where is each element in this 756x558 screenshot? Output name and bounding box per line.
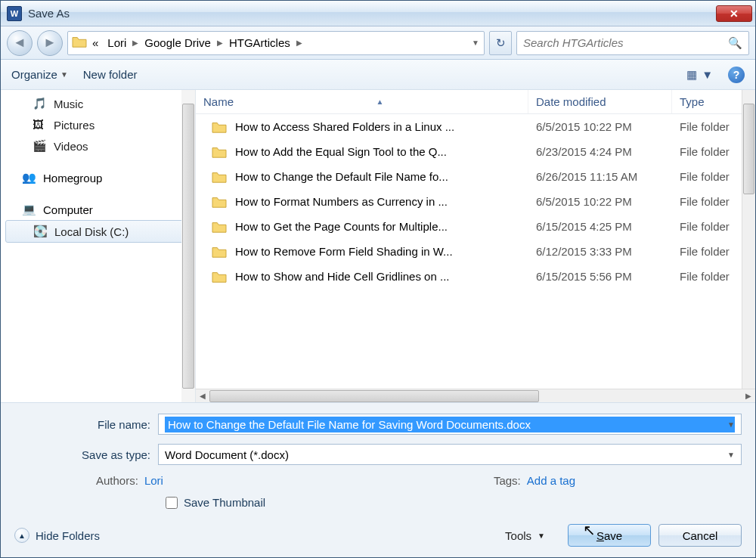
breadcrumb-seg[interactable]: HTGArticles [225, 32, 295, 54]
view-options-button[interactable]: ▦ ▼ [686, 68, 713, 82]
titlebar: W Save As ✕ [1, 1, 755, 26]
new-folder-button[interactable]: New folder [83, 68, 138, 81]
chevron-up-icon: ▲ [14, 528, 29, 543]
chevron-right-icon: ▶ [131, 39, 140, 47]
file-date: 6/15/2015 5:56 PM [528, 270, 672, 283]
save-button[interactable]: Save [568, 524, 651, 547]
back-button[interactable]: ◄ [7, 30, 33, 56]
breadcrumb[interactable]: « Lori ▶ Google Drive ▶ HTGArticles ▶ ▼ [67, 31, 485, 55]
search-box[interactable]: 🔍 [516, 31, 749, 55]
file-name: How to Remove Form Field Shading in W... [235, 245, 453, 258]
cancel-button[interactable]: Cancel [658, 524, 742, 547]
search-icon: 🔍 [728, 36, 742, 50]
filename-label: File name: [14, 418, 150, 431]
file-list: Name ▲ Date modified Type How to Access … [196, 90, 755, 402]
file-date: 6/12/2015 3:33 PM [528, 245, 672, 258]
sidebar-item-computer[interactable]: 💻 Computer [1, 199, 195, 220]
word-app-icon: W [7, 6, 22, 21]
table-row[interactable]: How to Format Numbers as Currency in ...… [196, 189, 755, 214]
folder-icon [211, 195, 228, 209]
table-row[interactable]: How to Show and Hide Cell Gridlines on .… [196, 264, 755, 289]
filename-combo[interactable]: ▼ [158, 414, 742, 435]
file-date: 6/23/2015 4:24 PM [528, 145, 672, 158]
savetype-combo[interactable]: Word Document (*.docx) ▼ [158, 444, 742, 465]
breadcrumb-seg[interactable]: Lori [103, 32, 131, 54]
organize-button[interactable]: Organize ▼ [11, 68, 68, 81]
authors-value[interactable]: Lori [144, 474, 163, 487]
horizontal-scrollbar[interactable]: ◀ ▶ [196, 389, 755, 402]
body: 🎵 Music 🖼 Pictures 🎬 Videos 👥 Homegroup … [1, 90, 755, 402]
chevron-down-icon: ▼ [702, 68, 713, 81]
folder-icon [71, 35, 88, 51]
savetype-label: Save as type: [14, 448, 150, 461]
file-date: 6/15/2015 4:25 PM [528, 220, 672, 233]
column-name[interactable]: Name ▲ [196, 90, 528, 113]
folder-icon [211, 220, 228, 234]
computer-icon: 💻 [22, 203, 37, 216]
list-body: How to Access Shared Folders in a Linux … [196, 114, 755, 389]
file-name: How to Access Shared Folders in a Linux … [235, 120, 454, 133]
help-button[interactable]: ? [728, 67, 745, 83]
toolbar: Organize ▼ New folder ▦ ▼ ? [1, 60, 755, 90]
sidebar-item-pictures[interactable]: 🖼 Pictures [1, 114, 195, 135]
table-row[interactable]: How to Add the Equal Sign Tool to the Q.… [196, 139, 755, 164]
file-date: 6/5/2015 10:22 PM [528, 195, 672, 208]
bottom-panel: File name: ▼ Save as type: Word Document… [1, 402, 755, 557]
scroll-left-icon[interactable]: ◀ [196, 390, 209, 402]
view-icon: ▦ [686, 68, 697, 82]
folder-icon [211, 170, 228, 184]
file-name: How to Format Numbers as Currency in ... [235, 195, 448, 208]
file-date: 6/26/2015 11:15 AM [528, 170, 672, 183]
chevron-right-icon: ▶ [295, 39, 304, 47]
vertical-scrollbar[interactable] [742, 90, 755, 389]
music-icon: 🎵 [33, 97, 48, 110]
search-input[interactable] [523, 36, 728, 49]
column-date[interactable]: Date modified [528, 90, 672, 113]
sidebar: 🎵 Music 🖼 Pictures 🎬 Videos 👥 Homegroup … [1, 90, 196, 402]
save-thumbnail-label: Save Thumbnail [184, 496, 265, 509]
sidebar-item-local-disk[interactable]: 💽 Local Disk (C:) [5, 220, 191, 243]
table-row[interactable]: How to Remove Form Field Shading in W...… [196, 239, 755, 264]
file-name: How to Get the Page Counts for Multiple.… [235, 220, 448, 233]
chevron-down-icon[interactable]: ▼ [727, 420, 735, 429]
disk-icon: 💽 [33, 225, 48, 238]
authors-label: Authors: [96, 474, 138, 487]
chevron-down-icon[interactable]: ▼ [470, 39, 481, 47]
filename-input[interactable] [165, 417, 735, 432]
table-row[interactable]: How to Get the Page Counts for Multiple.… [196, 214, 755, 239]
hide-folders-button[interactable]: ▲ Hide Folders [14, 528, 100, 543]
forward-button[interactable]: ► [37, 30, 63, 56]
dialog-title: Save As [28, 7, 716, 20]
pictures-icon: 🖼 [33, 118, 48, 132]
sidebar-item-videos[interactable]: 🎬 Videos [1, 135, 195, 157]
chevron-down-icon[interactable]: ▼ [727, 451, 735, 459]
breadcrumb-prefix[interactable]: « [88, 32, 103, 54]
scroll-right-icon[interactable]: ▶ [742, 390, 755, 402]
nav-row: ◄ ► « Lori ▶ Google Drive ▶ HTGArticles … [1, 26, 755, 60]
folder-icon [211, 145, 228, 159]
save-as-dialog: W Save As ✕ ◄ ► « Lori ▶ Google Drive ▶ … [0, 0, 756, 558]
file-name: How to Change the Default File Name fo..… [235, 170, 448, 183]
folder-icon [211, 270, 228, 284]
homegroup-icon: 👥 [22, 171, 37, 184]
close-button[interactable]: ✕ [716, 5, 752, 22]
tags-value[interactable]: Add a tag [527, 474, 575, 487]
table-row[interactable]: How to Change the Default File Name fo..… [196, 164, 755, 189]
table-row[interactable]: How to Access Shared Folders in a Linux … [196, 114, 755, 139]
chevron-down-icon: ▼ [60, 70, 68, 79]
tools-button[interactable]: Tools ▼ [505, 529, 545, 542]
sidebar-item-music[interactable]: 🎵 Music [1, 93, 195, 114]
folder-icon [211, 120, 228, 134]
sidebar-item-homegroup[interactable]: 👥 Homegroup [1, 167, 195, 188]
refresh-button[interactable]: ↻ [489, 31, 512, 55]
save-thumbnail-checkbox[interactable] [166, 497, 178, 509]
chevron-right-icon: ▶ [215, 39, 225, 47]
file-name: How to Show and Hide Cell Gridlines on .… [235, 270, 449, 283]
folder-icon [211, 245, 228, 259]
sidebar-scrollbar[interactable] [181, 90, 195, 402]
breadcrumb-seg[interactable]: Google Drive [140, 32, 215, 54]
file-name: How to Add the Equal Sign Tool to the Q.… [235, 145, 447, 158]
chevron-down-icon: ▼ [538, 532, 545, 540]
videos-icon: 🎬 [33, 139, 48, 153]
sort-asc-icon: ▲ [376, 98, 384, 106]
